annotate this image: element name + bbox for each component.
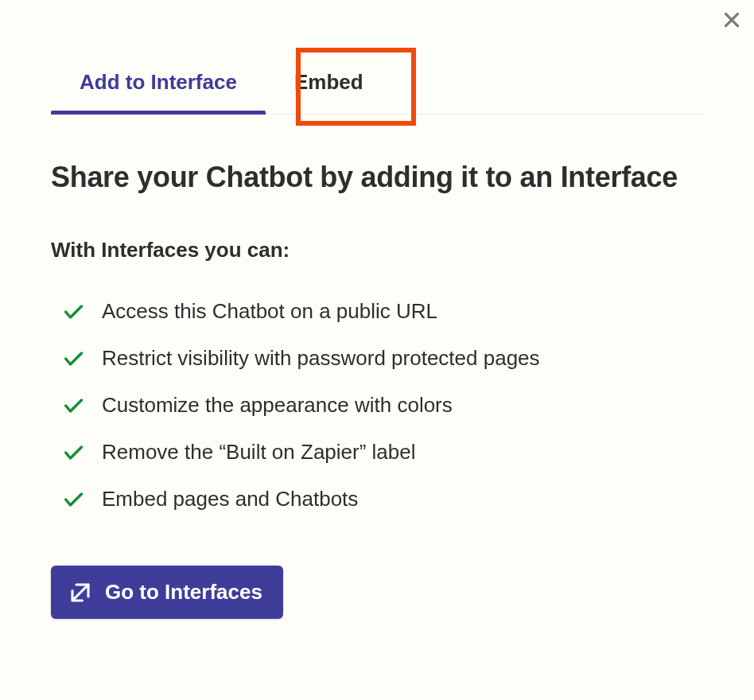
tab-content: Share your Chatbot by adding it to an In… xyxy=(51,115,703,619)
check-icon xyxy=(62,301,84,323)
feature-text: Embed pages and Chatbots xyxy=(102,487,358,511)
check-icon xyxy=(62,488,84,511)
page-heading: Share your Chatbot by adding it to an In… xyxy=(51,159,703,195)
list-item: Restrict visibility with password protec… xyxy=(51,335,703,382)
feature-text: Remove the “Built on Zapier” label xyxy=(102,440,416,465)
tab-add-to-interface[interactable]: Add to Interface xyxy=(51,48,266,114)
tab-embed[interactable]: Embed xyxy=(266,48,392,114)
svg-line-2 xyxy=(75,585,89,599)
go-to-interfaces-button[interactable]: Go to Interfaces xyxy=(51,566,283,619)
list-item: Customize the appearance with colors xyxy=(51,382,703,429)
close-icon xyxy=(721,10,742,33)
cta-label: Go to Interfaces xyxy=(105,580,262,605)
close-button[interactable] xyxy=(719,8,744,33)
feature-list: Access this Chatbot on a public URL Rest… xyxy=(51,288,703,523)
check-icon xyxy=(62,441,84,464)
feature-text: Access this Chatbot on a public URL xyxy=(102,299,437,324)
list-item: Remove the “Built on Zapier” label xyxy=(51,429,703,476)
check-icon xyxy=(62,348,84,370)
feature-text: Restrict visibility with password protec… xyxy=(102,346,540,371)
list-item: Access this Chatbot on a public URL xyxy=(51,288,703,335)
tab-label: Add to Interface xyxy=(80,70,237,94)
feature-text: Customize the appearance with colors xyxy=(102,393,453,418)
modal-container: Add to Interface Embed Share your Chatbo… xyxy=(0,0,754,651)
tabs: Add to Interface Embed xyxy=(51,48,703,115)
list-item: Embed pages and Chatbots xyxy=(51,476,703,523)
page-subheading: With Interfaces you can: xyxy=(51,238,703,262)
external-link-icon xyxy=(68,581,92,605)
check-icon xyxy=(62,395,84,417)
tab-label: Embed xyxy=(294,70,363,94)
